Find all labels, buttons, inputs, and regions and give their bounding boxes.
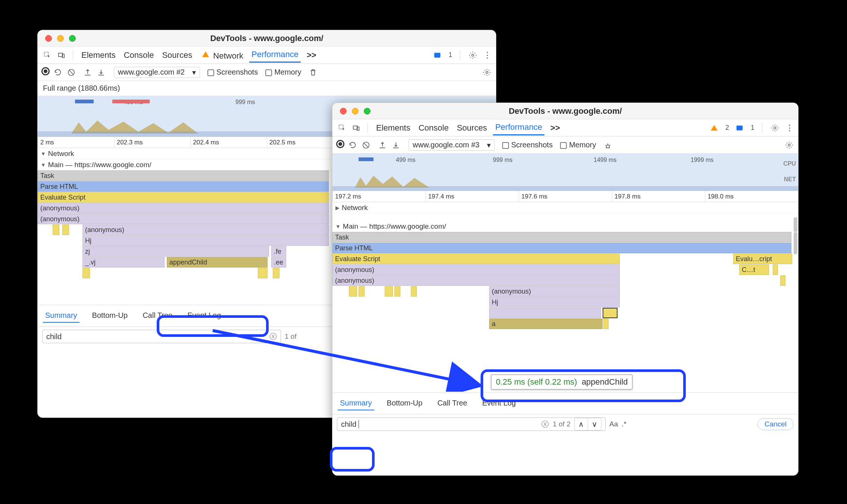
- flame-bar-parse[interactable]: Parse HTML: [332, 243, 791, 253]
- flame-bar-selected[interactable]: [603, 308, 618, 318]
- flame-bar[interactable]: [780, 275, 785, 286]
- tab-calltree[interactable]: Call Tree: [435, 397, 469, 410]
- tab-network[interactable]: Network: [198, 47, 246, 63]
- tab-elements[interactable]: Elements: [374, 121, 413, 135]
- upload-icon[interactable]: [377, 140, 388, 150]
- flame-bar[interactable]: [603, 319, 609, 329]
- tab-performance[interactable]: Performance: [249, 47, 301, 63]
- minimize-icon[interactable]: [57, 35, 64, 42]
- gear-icon[interactable]: [770, 123, 780, 133]
- flame-bar-task[interactable]: Task: [38, 170, 329, 181]
- flame-bar[interactable]: [273, 268, 279, 278]
- download-icon[interactable]: [391, 140, 401, 150]
- inspect-icon[interactable]: [337, 123, 347, 133]
- clear-icon[interactable]: ⓧ: [269, 332, 277, 342]
- flame-bar-eval-trunc[interactable]: Evalu…cript: [733, 254, 792, 264]
- flame-bar[interactable]: [385, 286, 393, 297]
- section-network[interactable]: ▶Network: [332, 202, 798, 213]
- flame-bar[interactable]: [411, 286, 417, 297]
- tab-summary[interactable]: Summary: [338, 397, 374, 410]
- kebab-icon[interactable]: ⋮: [785, 124, 794, 132]
- memory-toggle[interactable]: Memory: [265, 68, 301, 76]
- download-icon[interactable]: [96, 67, 106, 78]
- memory-toggle[interactable]: Memory: [560, 141, 596, 149]
- search-input[interactable]: child ⓧ: [42, 330, 281, 343]
- flame-bar[interactable]: [62, 225, 69, 235]
- search-next-button[interactable]: ∨: [588, 418, 601, 430]
- tab-console[interactable]: Console: [122, 48, 156, 62]
- collect-garbage-icon[interactable]: [603, 140, 613, 150]
- upload-icon[interactable]: [82, 67, 93, 78]
- time-ruler[interactable]: 197.2 ms 197.4 ms 197.6 ms 197.8 ms 198.…: [332, 191, 798, 202]
- traffic-lights[interactable]: [38, 35, 76, 42]
- device-icon[interactable]: [56, 50, 67, 60]
- flame-bar[interactable]: [489, 308, 601, 318]
- flame-bar-anon[interactable]: (anonymous): [332, 264, 620, 275]
- record-button[interactable]: [41, 67, 50, 77]
- tab-console[interactable]: Console: [416, 121, 451, 135]
- flame-chart[interactable]: Task Parse HTML Evaluate Script Evalu…cr…: [332, 232, 798, 374]
- flame-bar-ct[interactable]: C…t: [739, 264, 769, 275]
- flame-bar-a[interactable]: a: [489, 319, 603, 329]
- tab-calltree[interactable]: Call Tree: [140, 309, 175, 323]
- flame-bar-hj[interactable]: Hj: [489, 297, 620, 307]
- tab-sources[interactable]: Sources: [160, 48, 194, 62]
- record-button[interactable]: [336, 140, 344, 150]
- flame-bar[interactable]: [349, 286, 357, 297]
- clear-icon[interactable]: [361, 140, 371, 150]
- gear-icon[interactable]: [482, 67, 492, 78]
- tab-eventlog[interactable]: Event Log: [185, 309, 223, 323]
- trash-icon[interactable]: [308, 67, 318, 78]
- issues-icon[interactable]: [734, 123, 745, 133]
- flame-bar-appendchild[interactable]: appendChild: [167, 257, 268, 267]
- maximize-icon[interactable]: [364, 108, 371, 115]
- flame-bar-anon[interactable]: (anonymous): [489, 286, 620, 297]
- clear-icon[interactable]: ⓧ: [541, 419, 549, 429]
- profile-select[interactable]: www.google.com #3▾: [409, 140, 495, 151]
- traffic-lights[interactable]: [332, 108, 371, 115]
- match-case-toggle[interactable]: Aa: [609, 420, 618, 428]
- tab-bottomup[interactable]: Bottom-Up: [90, 309, 130, 323]
- flame-bar[interactable]: [53, 225, 59, 235]
- regex-toggle[interactable]: .*: [622, 420, 626, 428]
- issues-icon[interactable]: [432, 50, 443, 60]
- cancel-button[interactable]: Cancel: [757, 418, 794, 430]
- flame-bar-zj[interactable]: zj: [82, 246, 269, 257]
- tab-eventlog[interactable]: Event Log: [480, 397, 518, 410]
- titlebar[interactable]: DevTools - www.google.com/: [332, 103, 798, 119]
- tab-bottomup[interactable]: Bottom-Up: [385, 397, 425, 410]
- tab-elements[interactable]: Elements: [79, 48, 118, 62]
- screenshots-toggle[interactable]: Screenshots: [502, 141, 553, 149]
- device-icon[interactable]: [351, 123, 362, 133]
- flame-bar-fe[interactable]: .fe: [271, 246, 286, 257]
- close-icon[interactable]: [45, 35, 52, 42]
- devtools-window-2[interactable]: DevTools - www.google.com/ Elements Cons…: [332, 103, 798, 476]
- tab-performance[interactable]: Performance: [493, 120, 544, 135]
- scrollbar-thumb[interactable]: [794, 232, 797, 254]
- flame-bar-anon[interactable]: (anonymous): [332, 275, 620, 286]
- flame-bar[interactable]: [359, 286, 365, 297]
- flame-bar-ee[interactable]: .ee: [271, 257, 286, 267]
- minimize-icon[interactable]: [352, 108, 359, 115]
- flame-bar-hj[interactable]: Hj: [82, 235, 329, 246]
- titlebar[interactable]: DevTools - www.google.com/: [38, 30, 496, 47]
- clear-icon[interactable]: [66, 67, 76, 78]
- overview-minimap[interactable]: 499 ms 999 ms 1499 ms 1999 ms CPU NET: [332, 154, 798, 191]
- tab-summary[interactable]: Summary: [43, 309, 79, 323]
- gear-icon[interactable]: [784, 140, 794, 150]
- screenshots-toggle[interactable]: Screenshots: [207, 68, 258, 76]
- reload-icon[interactable]: [347, 140, 358, 150]
- flame-bar-vj[interactable]: _.vj: [82, 257, 165, 267]
- search-prev-button[interactable]: ∧: [575, 418, 588, 430]
- more-tabs-icon[interactable]: >>: [548, 121, 562, 135]
- reload-icon[interactable]: [53, 67, 63, 78]
- flame-bar-anon[interactable]: (anonymous): [82, 225, 329, 235]
- flame-bar-parse[interactable]: Parse HTML: [38, 181, 329, 192]
- profile-select[interactable]: www.google.com #2▾: [114, 67, 200, 78]
- flame-bar[interactable]: [773, 264, 778, 275]
- more-tabs-icon[interactable]: >>: [304, 48, 319, 62]
- scrollbar-thumb[interactable]: [794, 217, 797, 232]
- flame-bar-anon[interactable]: (anonymous): [38, 203, 329, 213]
- flame-bar-eval[interactable]: Evaluate Script: [332, 254, 620, 264]
- kebab-icon[interactable]: ⋮: [483, 51, 491, 59]
